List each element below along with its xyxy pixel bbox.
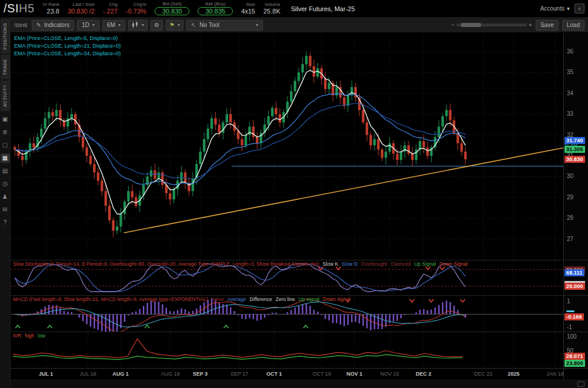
macd-plot[interactable]: MACD (Fast length=8, Slow length=21, MAC… — [11, 296, 563, 332]
chart-style-dropdown[interactable]: ▾ — [128, 20, 148, 31]
stat-value: -.227 — [103, 8, 118, 15]
ivr-plot[interactable]: IVRhighlow — [11, 332, 563, 368]
stochastic-axis[interactable]: 80.00068.11127.09820.000 — [563, 260, 588, 295]
calendar-corner-icon[interactable] — [577, 382, 584, 387]
ivr-tick: 100 — [567, 333, 577, 340]
layout-panels-icon[interactable]: ▣ — [1, 115, 10, 124]
legend-zero-line: Zero line — [276, 296, 295, 302]
chart-settings-button[interactable]: ⚙ — [151, 20, 163, 31]
grid-icon[interactable]: ▤ — [1, 166, 10, 176]
timeframe-value: 1D — [82, 22, 89, 28]
ivr-axis[interactable]: 1005028.07123.800 — [563, 332, 588, 368]
price-tick: 33 — [567, 111, 573, 118]
macd-axis[interactable]: 1-1-0.169 — [563, 296, 588, 332]
watchlist-icon[interactable]: ≣ — [1, 128, 10, 137]
drawing-sets-dropdown[interactable]: ⚑ ▾ — [166, 20, 183, 31]
save-button[interactable]: Save — [536, 20, 559, 31]
macd-tick: 1 — [567, 298, 570, 305]
ivr-canvas[interactable] — [11, 332, 563, 368]
left-sidebar: POSITIONS TRADE ACTIVITY ▣ ≣ ▢ ▦ ▤ ◷ ♟ ✉… — [0, 18, 11, 388]
macd-legend-title: MACD (Fast length=8, Slow length=21, MAC… — [13, 296, 208, 302]
time-axis-label: JUL 1 — [39, 371, 53, 377]
gear-icon: ⚙ — [154, 22, 159, 28]
ivr-low-badge: 23.800 — [564, 360, 585, 367]
collapse-panel-button[interactable]: ‹ — [574, 4, 584, 14]
users-icon[interactable]: ♟ — [1, 192, 10, 202]
ema-legend-line-3[interactable]: EMA (Price=CLOSE, Length=34, Displace=0) — [14, 50, 121, 58]
header-right: Accounts ▾ ‹ — [540, 4, 584, 14]
indicators-button[interactable]: ✎ Indicators — [32, 20, 75, 31]
stat-label: Volume — [265, 2, 280, 8]
stat-label: Chg — [109, 2, 118, 8]
ask-button[interactable]: Ask (Buy) 30.835 — [198, 2, 233, 15]
bid-button[interactable]: Bid (Sell) 30.830 — [155, 2, 190, 15]
price-chart-canvas[interactable] — [11, 33, 563, 260]
symbol-contract: H5 — [19, 2, 35, 15]
stat-value: -0.73% — [126, 8, 146, 15]
legend-high: high — [25, 333, 34, 339]
time-axis-label: OCT 1 — [266, 371, 282, 377]
stat-value: 25.8K — [263, 8, 280, 15]
load-button[interactable]: Load — [562, 20, 584, 31]
stochastic-legend[interactable]: Slow Stochastic (K Period=14, D Period=9… — [13, 261, 471, 267]
price-plot[interactable]: EMA (Price=CLOSE, Length=5, Displace=0) … — [11, 33, 563, 260]
zoom-handle[interactable] — [461, 23, 481, 27]
chevron-down-icon: ▾ — [256, 22, 258, 28]
stochastic-pane: Slow Stochastic (K Period=14, D Period=9… — [11, 260, 588, 295]
legend-value: Value — [212, 296, 224, 302]
legend-slow-k: Slow K — [323, 261, 338, 267]
indicators-label: Indicators — [44, 22, 69, 28]
price-tick: 28 — [567, 215, 573, 222]
legend-overbought: Overbought — [361, 261, 387, 267]
stoch-legend-title: Slow Stochastic (K Period=14, D Period=9… — [13, 261, 319, 267]
symbol-title: /SIH5 — [4, 2, 35, 15]
legend-down-signal: Down Signal — [439, 261, 467, 267]
ema-legend-line-1[interactable]: EMA (Price=CLOSE, Length=5, Displace=0) — [14, 35, 121, 42]
legend-difference: Difference — [249, 296, 272, 302]
stochastic-plot[interactable]: Slow Stochastic (K Period=14, D Period=9… — [11, 260, 563, 295]
accounts-dropdown[interactable]: Accounts ▾ — [540, 5, 570, 12]
stoch-axis-badge: 68.111 — [564, 269, 584, 276]
time-axis-corner — [563, 369, 588, 380]
help-icon[interactable]: ? — [1, 218, 10, 228]
price-axis[interactable]: 3635343332313029282731.74031.43431.30530… — [563, 33, 588, 260]
header: /SIH5 IV Rank 23.8 Last / Size 30.830 /2… — [0, 0, 588, 18]
zoom-in-icon[interactable]: + — [529, 22, 532, 28]
zoom-track[interactable] — [456, 24, 527, 26]
time-axis[interactable]: JUL 1JUL 18AUG 1AUG 18SEP 3SEP 17OCT 1OC… — [11, 368, 588, 380]
price-tick: 27 — [567, 236, 573, 243]
sidebar-tab-trade[interactable]: TRADE — [1, 55, 10, 79]
bid-value[interactable]: 30.830 — [155, 7, 190, 15]
sidebar-tab-positions[interactable]: POSITIONS — [1, 19, 10, 53]
candlestick-icon — [132, 22, 139, 28]
chevron-down-icon: ▾ — [567, 5, 570, 12]
chart-toolbar: /SIH5 ✎ Indicators 1D ▾ 6M ▾ ▾ — [11, 18, 588, 33]
message-icon[interactable]: ✉ — [1, 205, 10, 215]
sidebar-tab-activity[interactable]: ACTIVITY — [1, 81, 10, 111]
drawing-tool-dropdown[interactable]: ↖ No Tool ▾ — [186, 20, 263, 31]
macd-legend[interactable]: MACD (Fast length=8, Slow length=21, MAC… — [13, 296, 354, 303]
time-axis-label: AUG 1 — [112, 371, 129, 377]
time-axis-label: 2025 — [507, 371, 519, 377]
chart-icon[interactable]: ▦ — [1, 153, 10, 163]
stoch-axis-badge: 20.000 — [564, 283, 585, 290]
chart-panel: /SIH5 ✎ Indicators 1D ▾ 6M ▾ ▾ — [11, 18, 588, 388]
time-axis-label: JUL 18 — [80, 371, 96, 377]
main-row: POSITIONS TRADE ACTIVITY ▣ ≣ ▢ ▦ ▤ ◷ ♟ ✉… — [0, 18, 588, 388]
checkbox-icon[interactable]: ▢ — [1, 141, 10, 150]
zoom-out-icon[interactable]: − — [451, 22, 455, 28]
price-tick: 35 — [567, 69, 573, 76]
ask-value[interactable]: 30.835 — [198, 7, 233, 15]
stat-label: Size — [246, 2, 255, 8]
range-dropdown[interactable]: 6M ▾ — [102, 20, 125, 31]
stat-label: IV Rank — [43, 2, 59, 8]
price-pane: EMA (Price=CLOSE, Length=5, Displace=0) … — [11, 33, 588, 260]
clock-icon[interactable]: ◷ — [1, 179, 10, 189]
macd-badge: -0.169 — [564, 313, 584, 320]
timeframe-dropdown[interactable]: 1D ▾ — [77, 20, 99, 31]
stat-label: Ask (Buy) — [205, 2, 226, 7]
stat-value: 30.830 /2 — [68, 8, 95, 15]
ema-legend-line-2[interactable]: EMA (Price=CLOSE, Length=21, Displace=0) — [14, 42, 121, 50]
ivr-legend[interactable]: IVRhighlow — [13, 333, 49, 339]
time-axis-label: SEP 3 — [193, 371, 208, 377]
